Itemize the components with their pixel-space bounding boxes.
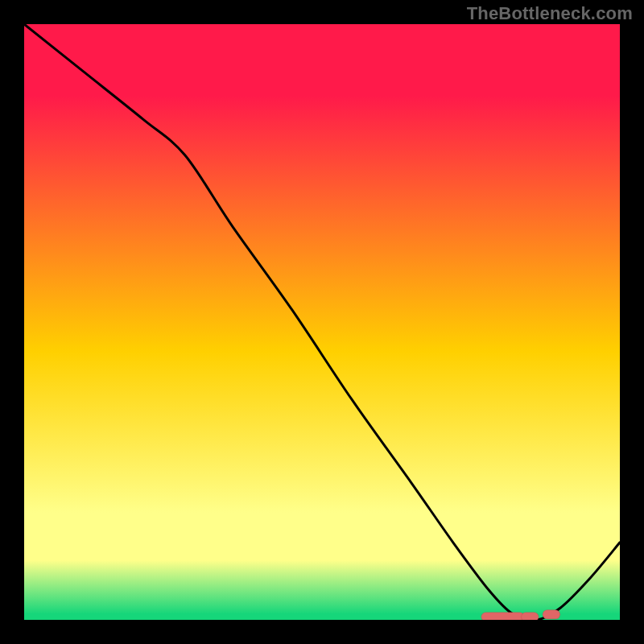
plot-area	[24, 24, 620, 620]
chart-container: TheBottleneck.com	[0, 0, 644, 644]
watermark-text: TheBottleneck.com	[467, 3, 633, 24]
svg-rect-0	[24, 24, 620, 620]
chart-svg	[24, 24, 620, 620]
